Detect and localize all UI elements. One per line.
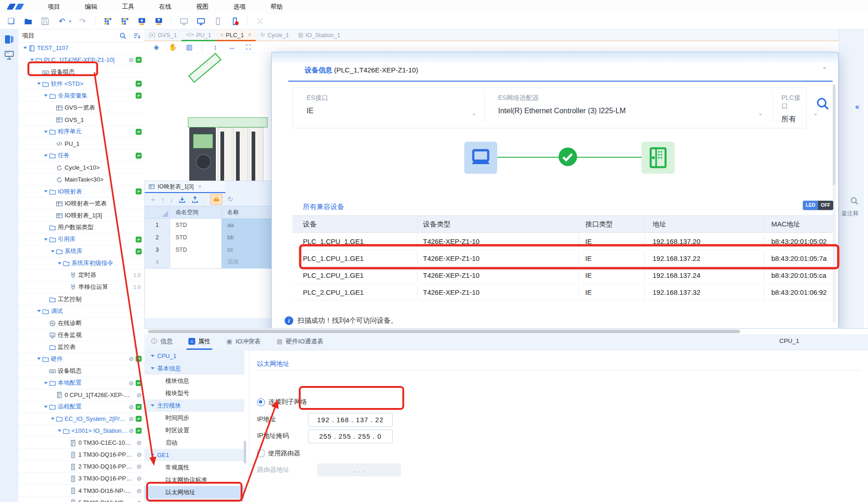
undo-icon[interactable]: ↶ (56, 16, 67, 27)
tree-item[interactable]: 本地配置⊘⇄ (18, 377, 144, 389)
property-tree-scrollbar[interactable] (244, 441, 246, 463)
tab-Cycle_1[interactable]: ↻Cycle_1 (256, 30, 293, 41)
fit-horizontal-icon[interactable]: ↔ (227, 43, 236, 51)
prop-item-GE1[interactable]: GE1 (144, 449, 244, 461)
menu-item-项目[interactable]: 项目 (46, 2, 62, 12)
export-icon[interactable] (191, 196, 199, 204)
menu-item-帮助[interactable]: 帮助 (269, 2, 285, 12)
chevron-down-icon[interactable] (36, 308, 42, 314)
chevron-down-icon[interactable] (151, 454, 154, 456)
tree-item[interactable]: TEST_1107 (18, 42, 144, 54)
chevron-down-icon[interactable] (43, 129, 49, 135)
pou-grid-disabled-icon[interactable] (119, 16, 130, 27)
chevron-down-icon[interactable] (43, 93, 49, 99)
ip-address-field[interactable]: 192 . 168 . 137 . 22 (308, 413, 393, 427)
prop-item-启动[interactable]: 启动 (144, 436, 244, 449)
scan-search-icon[interactable] (815, 96, 830, 111)
ip-mask-field[interactable]: 255 . 255 . 255 . 0 (308, 430, 393, 443)
io-row-namespace[interactable]: STD (170, 219, 222, 231)
prop-item-基本信息[interactable]: 基本信息 (144, 362, 244, 375)
bottom-tab-IO冲突表[interactable]: ▣IO冲突表 (224, 334, 263, 350)
tree-item[interactable]: IO映射表⇄ (18, 186, 144, 198)
open-folder-icon[interactable] (22, 16, 33, 27)
tree-item[interactable]: 系统库⇄ (18, 246, 144, 258)
tree-item[interactable]: 0 TM30-C1EC-10…⊘ (18, 437, 144, 449)
cross-reference-icon[interactable]: ⤫ (254, 16, 265, 27)
tree-item[interactable]: EC_IO_System_2[P/…⊘⇄ (18, 413, 144, 425)
tree-item[interactable]: 3 TM30-DQ16-PP…⊘ (18, 473, 144, 485)
simulation-icon[interactable] (178, 16, 189, 27)
network-topology-icon[interactable] (4, 50, 15, 61)
fit-vertical-icon[interactable]: ↕ (211, 43, 220, 51)
tree-item[interactable]: 设备组态 (18, 365, 144, 377)
tree-item[interactable]: 5 TM30-DI16-NP-…⊘ (18, 497, 144, 502)
io-table-row[interactable]: 1STDaa (145, 219, 272, 231)
menu-item-编辑[interactable]: 编辑 (83, 2, 99, 12)
redo-icon[interactable]: ↷ (77, 16, 88, 27)
memory-card-icon[interactable] (212, 16, 223, 27)
import-icon[interactable] (178, 196, 186, 204)
tree-item[interactable]: <1001> IO_Station…⊘⇄ (18, 425, 144, 437)
tree-item[interactable]: PU_1 (18, 138, 144, 150)
chevron-down-icon[interactable]: ⌄ (472, 110, 477, 116)
menu-item-在线[interactable]: 在线 (157, 2, 173, 12)
prop-item-主控模块[interactable]: 主控模块 (144, 399, 244, 412)
move-up-icon[interactable]: ↑ (161, 196, 165, 204)
new-file-icon[interactable]: ❏ (5, 16, 16, 27)
tag-icon[interactable]: ◈ (152, 43, 161, 51)
chevron-down-icon[interactable] (22, 45, 28, 51)
expand-panel-chevron-icon[interactable]: « (855, 103, 859, 111)
device-table-row[interactable]: PLC_1.CPU_1.GE1T426E-XEP-Z1-10IE192.168.… (292, 267, 836, 284)
horizontal-scrollbar[interactable] (148, 330, 740, 333)
tree-item[interactable]: 串移位运算1.0 (18, 281, 144, 293)
close-icon[interactable]: × (248, 32, 251, 38)
pan-hand-icon[interactable]: ✋ (168, 43, 177, 51)
tree-item[interactable]: GVS_1 (18, 114, 144, 126)
close-icon[interactable]: × (198, 183, 202, 190)
download-to-plc-icon[interactable] (136, 16, 147, 27)
refresh-icon[interactable]: ↻ (227, 195, 233, 204)
prop-item-常规属性[interactable]: 常规属性 (144, 461, 244, 474)
chevron-down-icon[interactable] (151, 367, 154, 370)
prop-item-模块型号[interactable]: 模块型号 (144, 387, 244, 399)
io-row-namespace[interactable] (170, 256, 222, 268)
tree-item[interactable]: 远程配置⊘⇄ (18, 401, 144, 413)
chevron-down-icon[interactable] (43, 237, 49, 243)
tree-item[interactable]: 软件 <STD>⇄ (18, 78, 144, 90)
menu-item-工具[interactable]: 工具 (120, 2, 136, 12)
chevron-down-icon[interactable] (29, 57, 35, 63)
prop-item-以太网协议标准[interactable]: 以太网协议标准 (144, 474, 244, 486)
chevron-down-icon[interactable] (36, 356, 42, 362)
upload-from-plc-icon[interactable] (153, 16, 164, 27)
chevron-down-icon[interactable] (36, 81, 42, 87)
prop-item-模块信息[interactable]: 模块信息 (144, 375, 244, 387)
bottom-tab-属性[interactable]: ≡属性 (187, 334, 212, 350)
es-interface-select[interactable]: ES接口 IE (293, 88, 484, 128)
chevron-down-icon[interactable] (49, 416, 55, 422)
search-icon[interactable] (850, 196, 859, 205)
project-explorer-icon[interactable] (4, 34, 15, 45)
tree-item[interactable]: 工艺控制 (18, 293, 144, 305)
tree-item[interactable]: 在线诊断 (18, 317, 144, 329)
tab-PU_1[interactable]: </>PU_1 (181, 30, 216, 41)
prop-item-以太网地址[interactable]: 以太网地址 (144, 486, 244, 498)
tree-item[interactable]: 1 TM30-DQ16-PP…⊘ (18, 449, 144, 461)
use-router-checkbox[interactable] (257, 450, 264, 457)
fit-screen-icon[interactable]: ⛶ (244, 43, 253, 51)
chevron-down-icon[interactable] (56, 428, 62, 434)
chevron-down-icon[interactable] (151, 355, 154, 357)
tree-item[interactable]: 硬件⊘⇄ (18, 353, 144, 365)
tree-item[interactable]: IO映射表一览表 (18, 198, 144, 210)
chevron-down-icon[interactable] (151, 404, 154, 407)
save-icon[interactable] (39, 16, 50, 27)
chevron-down-icon[interactable] (49, 248, 55, 254)
tree-item[interactable]: 监控表 (18, 341, 144, 353)
tree-item[interactable]: 任务⇄ (18, 150, 144, 162)
move-down-icon[interactable]: ↓ (170, 196, 174, 204)
io-row-name[interactable]: cc (222, 243, 272, 256)
device-table-row[interactable]: PLC_2.CPU_1.GE1T426E-XEP-Z1-10IE192.168.… (292, 284, 836, 301)
tree-item[interactable]: PLC_1[T426E-XEP-Z1-10]⊘⇄ (18, 54, 144, 66)
tree-item[interactable]: 定时器1.0 (18, 270, 144, 281)
es-adapter-select[interactable]: ES网络适配器 Intel(R) Ethernet Controller (3)… (484, 88, 772, 128)
find-binoculars-icon[interactable] (210, 194, 222, 205)
